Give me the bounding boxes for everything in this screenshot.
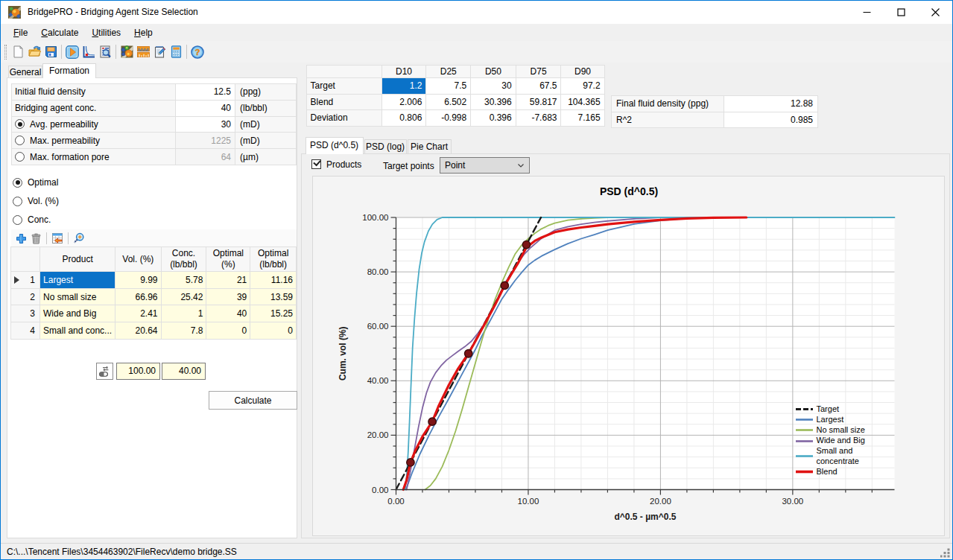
import-table-button[interactable] xyxy=(50,230,65,246)
target-d75-cell[interactable]: 67.5 xyxy=(516,78,561,95)
cell-vol-4[interactable]: 20.64 xyxy=(115,322,161,340)
close-button[interactable] xyxy=(918,1,952,24)
target-d90-cell[interactable]: 97.2 xyxy=(561,78,604,95)
blend-d75-cell[interactable]: 59.817 xyxy=(516,94,561,110)
deviation-d10-cell[interactable]: 0.806 xyxy=(381,110,426,127)
edit-notes-button[interactable] xyxy=(151,43,168,61)
zoom-search-button[interactable] xyxy=(72,230,86,246)
col-conc[interactable]: Conc. (lb/bbl) xyxy=(161,247,206,272)
cell-opt-pct-2[interactable]: 39 xyxy=(206,288,250,305)
psd-chart[interactable]: 0.0020.0040.0060.0080.00100.000.0010.002… xyxy=(313,176,946,537)
tab-psd-sqrt[interactable]: PSD (d^0.5) xyxy=(305,137,364,154)
initial-fluid-density-input[interactable]: 12.5 xyxy=(176,84,235,100)
blend-d90-cell[interactable]: 104.365 xyxy=(561,94,604,110)
svg-text:?: ? xyxy=(194,48,200,57)
cell-opt-lb-1[interactable]: 11.16 xyxy=(250,272,297,289)
menu-calculate[interactable]: Calculate xyxy=(34,25,85,41)
col-optimal-lb[interactable]: Optimal (lb/bbl) xyxy=(250,247,297,272)
cell-opt-pct-4[interactable]: 0 xyxy=(206,322,250,340)
max-formation-pore-radio[interactable] xyxy=(15,152,25,162)
col-d90[interactable]: D90 xyxy=(561,65,604,78)
cell-product-3[interactable]: Wide and Big xyxy=(40,305,115,322)
cell-conc-4[interactable]: 7.8 xyxy=(161,322,206,340)
cell-product-2[interactable]: No small size xyxy=(40,288,115,305)
add-row-button[interactable] xyxy=(13,230,28,246)
swap-units-icon xyxy=(98,365,111,378)
cell-vol-1[interactable]: 9.99 xyxy=(115,272,161,289)
row-header-1[interactable]: 1 xyxy=(10,272,40,289)
toolbar-grip[interactable] xyxy=(4,45,7,60)
target-d50-cell[interactable]: 30 xyxy=(471,78,516,95)
col-d25[interactable]: D25 xyxy=(426,65,471,78)
bridging-agent-conc-input[interactable]: 40 xyxy=(176,101,235,116)
cell-vol-2[interactable]: 66.96 xyxy=(115,288,161,305)
col-d75[interactable]: D75 xyxy=(516,65,561,78)
avg-permeability-radio[interactable] xyxy=(15,119,25,129)
maximize-button[interactable] xyxy=(884,1,918,24)
save-file-button[interactable] xyxy=(42,43,59,61)
cell-conc-2[interactable]: 25.42 xyxy=(161,288,206,305)
calculator-button[interactable] xyxy=(168,43,184,61)
cell-opt-pct-1[interactable]: 21 xyxy=(206,272,250,289)
optimal-radio[interactable] xyxy=(13,178,22,188)
cell-product-1[interactable]: Largest xyxy=(40,272,115,289)
print-preview-button[interactable] xyxy=(97,43,113,61)
cell-conc-1[interactable]: 5.78 xyxy=(161,272,206,289)
new-file-button[interactable] xyxy=(10,43,26,61)
col-product[interactable]: Product xyxy=(40,247,115,272)
row-header-4[interactable]: 4 xyxy=(10,322,40,340)
cell-conc-3[interactable]: 1 xyxy=(161,305,206,322)
col-d10[interactable]: D10 xyxy=(381,65,426,78)
deviation-d90-cell[interactable]: 7.165 xyxy=(561,110,604,127)
cell-opt-lb-3[interactable]: 15.25 xyxy=(250,305,297,322)
tab-formation[interactable]: Formation xyxy=(42,63,96,78)
tab-psd-log[interactable]: PSD (log) xyxy=(364,139,407,153)
products-checkbox[interactable] xyxy=(311,159,321,169)
tab-general[interactable]: General xyxy=(8,66,42,78)
avg-permeability-input[interactable]: 30 xyxy=(176,117,235,133)
help-button[interactable]: ? xyxy=(189,43,206,61)
cell-opt-lb-4[interactable]: 0 xyxy=(250,322,297,340)
run-calculation-button[interactable] xyxy=(64,43,80,61)
deviation-d50-cell[interactable]: 0.396 xyxy=(471,110,516,127)
products-table: Product Vol. (%) Conc. (lb/bbl) Optimal … xyxy=(10,246,297,340)
conc-radio[interactable] xyxy=(13,215,22,225)
cell-vol-3[interactable]: 2.41 xyxy=(115,305,161,322)
max-permeability-radio[interactable] xyxy=(15,136,25,145)
delete-row-button[interactable] xyxy=(28,230,43,246)
swap-units-button[interactable] xyxy=(96,363,113,380)
cell-opt-pct-3[interactable]: 40 xyxy=(206,305,250,322)
cell-product-4[interactable]: Small and conc... xyxy=(40,322,115,340)
tab-pie-chart[interactable]: Pie Chart xyxy=(408,139,452,153)
minimize-button[interactable] xyxy=(849,1,884,24)
col-d50[interactable]: D50 xyxy=(471,65,516,78)
deviation-d75-cell[interactable]: -7.683 xyxy=(516,110,561,127)
vol-radio[interactable] xyxy=(13,197,22,206)
col-vol[interactable]: Vol. (%) xyxy=(115,247,161,272)
legend-label: Target xyxy=(817,404,840,415)
row-header-3[interactable]: 3 xyxy=(10,305,40,322)
deviation-d25-cell[interactable]: -0.998 xyxy=(426,110,471,127)
col-optimal-pct[interactable]: Optimal (%) xyxy=(206,247,250,272)
blend-d50-cell[interactable]: 30.396 xyxy=(471,94,516,110)
target-points-dropdown[interactable]: Point xyxy=(440,157,530,174)
open-file-button[interactable] xyxy=(26,43,42,61)
cell-opt-lb-2[interactable]: 13.59 xyxy=(250,288,297,305)
new-file-icon xyxy=(12,45,25,58)
menu-utilities[interactable]: Utilities xyxy=(85,25,127,41)
menu-help[interactable]: Help xyxy=(127,25,159,41)
menu-file[interactable]: File xyxy=(7,25,34,41)
total-vol-field[interactable]: 100.00 xyxy=(116,363,161,380)
blend-d25-cell[interactable]: 6.502 xyxy=(426,94,471,110)
target-d25-cell[interactable]: 7.5 xyxy=(426,78,471,95)
row-header-2[interactable]: 2 xyxy=(10,288,40,305)
resize-grip[interactable] xyxy=(940,548,950,558)
chart-button[interactable] xyxy=(80,43,97,61)
calculate-button[interactable]: Calculate xyxy=(209,391,297,410)
units-button[interactable] xyxy=(135,43,151,61)
blend-d10-cell[interactable]: 2.006 xyxy=(381,94,426,110)
form-label-text: Max. permeability xyxy=(30,136,100,146)
target-d10-cell[interactable]: 1.2 xyxy=(381,78,426,95)
total-conc-field[interactable]: 40.00 xyxy=(162,363,206,380)
bridging-agents-button[interactable] xyxy=(118,43,135,61)
